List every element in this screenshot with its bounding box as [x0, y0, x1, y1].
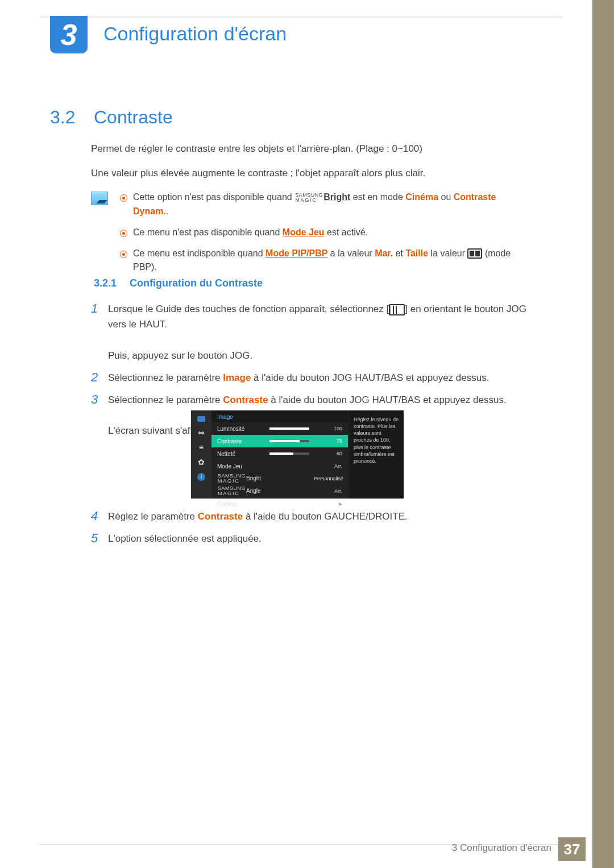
- step-2: 2 Sélectionnez le paramètre Image à l'ai…: [91, 370, 529, 385]
- p2: Une valeur plus élevée augmente le contr…: [91, 167, 529, 181]
- step-num: 1: [91, 301, 108, 363]
- section-body: Permet de régler le contraste entre les …: [91, 142, 529, 281]
- osd-screenshot: ⇔ ≡ ✿ i Image Luminosité100 Contraste75 …: [191, 410, 404, 499]
- osd-header: Image: [211, 410, 348, 422]
- osd-row-modejeu: Mode JeuArr.: [211, 460, 348, 472]
- p1: Permet de régler le contraste entre les …: [91, 142, 529, 156]
- footer-text: 3 Configuration d'écran: [452, 842, 551, 854]
- chapter-badge: 3: [50, 16, 88, 53]
- arrows-icon: ⇔: [197, 429, 206, 437]
- step-text: Sélectionnez le paramètre Image à l'aide…: [108, 370, 529, 385]
- step-num: 3: [91, 392, 108, 439]
- info-icon: i: [197, 473, 205, 481]
- steps-second: 4 Réglez le paramètre Contraste à l'aide…: [91, 509, 529, 553]
- note-icon: [91, 192, 108, 205]
- chevron-right-icon: ▶: [314, 501, 342, 506]
- step-text: Réglez le paramètre Contraste à l'aide d…: [108, 509, 529, 524]
- top-divider: [40, 16, 563, 18]
- osd-row-couleur: Couleur▶: [211, 497, 348, 510]
- display-icon: [197, 416, 205, 422]
- osd-main: Image Luminosité100 Contraste75 Netteté6…: [211, 410, 348, 499]
- section-title: Contraste: [94, 107, 173, 128]
- osd-row-bright: SAMSUNGMAGICBrightPersonnalisé: [211, 472, 348, 485]
- magic-logo: SAMSUNGMAGIC: [295, 193, 323, 203]
- chapter-title: Configuration d'écran: [103, 23, 287, 45]
- osd-row-contraste: Contraste75: [211, 435, 348, 447]
- osd-row-luminosite: Luminosité100: [211, 422, 348, 435]
- osd-row-nettete: Netteté60: [211, 447, 348, 460]
- note-1: Cette option n'est pas disponible quand …: [121, 190, 529, 219]
- list-icon: ≡: [197, 443, 206, 451]
- step-text: L'option sélectionnée est appliquée.: [108, 531, 529, 546]
- step-num: 2: [91, 370, 108, 385]
- step-num: 4: [91, 509, 108, 524]
- page-number: 37: [558, 837, 586, 861]
- osd-left-icons: ⇔ ≡ ✿ i: [191, 410, 211, 499]
- pbp-icon: [467, 248, 482, 259]
- side-decoration: [592, 0, 614, 868]
- osd-row-angle: SAMSUNGMAGICAngleArr.: [211, 485, 348, 497]
- step-1: 1 Lorsque le Guide des touches de foncti…: [91, 301, 529, 363]
- note-3: Ce menu est indisponible quand Mode PIP/…: [121, 247, 529, 275]
- subsection-title: Configuration du Contraste: [130, 277, 263, 289]
- step-5: 5 L'option sélectionnée est appliquée.: [91, 531, 529, 546]
- section-number: 3.2: [50, 107, 75, 128]
- gear-icon: ✿: [197, 458, 206, 466]
- note-2: Ce menu n'est pas disponible quand Mode …: [121, 226, 529, 240]
- note-list: Cette option n'est pas disponible quand …: [121, 190, 529, 281]
- subsection-number: 3.2.1: [94, 277, 117, 289]
- step-text: Lorsque le Guide des touches de fonction…: [108, 301, 529, 363]
- note-box: Cette option n'est pas disponible quand …: [91, 190, 529, 281]
- osd-help: Réglez le niveau de contraste. Plus les …: [349, 410, 404, 499]
- step-4: 4 Réglez le paramètre Contraste à l'aide…: [91, 509, 529, 524]
- menu-icon: [389, 304, 405, 315]
- step-num: 5: [91, 531, 108, 546]
